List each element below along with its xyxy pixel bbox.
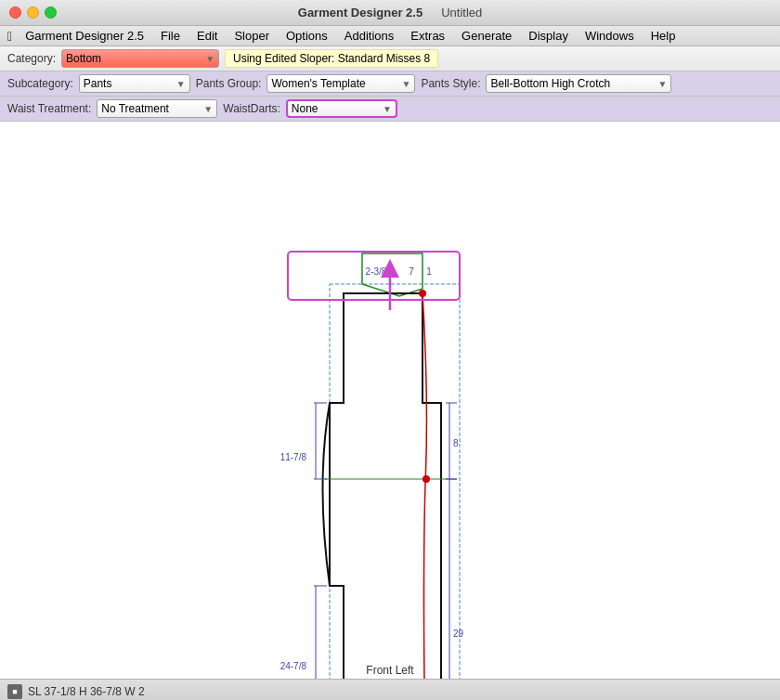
waist-darts-label: WaistDarts:: [223, 102, 280, 115]
menu-extras[interactable]: Extras: [403, 27, 452, 45]
darts-select[interactable]: None ▼: [286, 99, 397, 118]
svg-point-2: [419, 290, 426, 297]
menu-help[interactable]: Help: [644, 27, 683, 45]
svg-text:24-7/8: 24-7/8: [280, 661, 307, 671]
waist-treatment-arrow: ▼: [203, 104, 213, 114]
menu-edit[interactable]: Edit: [189, 27, 225, 45]
category-select[interactable]: Bottom ▼: [61, 49, 219, 68]
menu-garment-designer[interactable]: Garment Designer 2.5: [18, 27, 151, 45]
menu-additions[interactable]: Additions: [337, 27, 401, 45]
waist-treatment-label: Waist Treatment:: [7, 102, 91, 115]
waist-treatment-value: No Treatment: [101, 102, 169, 115]
category-label: Category:: [7, 52, 56, 65]
pants-style-select[interactable]: Bell-Bottom High Crotch ▼: [486, 74, 671, 93]
subcategory-arrow: ▼: [176, 79, 186, 89]
toolbar-row-2: Subcategory: Pants ▼ Pants Group: Women'…: [0, 71, 780, 97]
window-title: Untitled: [441, 6, 482, 19]
main-canvas: 2-3/8 7 1 11-7/8 24-7/8 8 29 1-1/8 7-7/8…: [0, 122, 780, 679]
menu-options[interactable]: Options: [279, 27, 335, 45]
pants-group-value: Women's Template: [271, 77, 365, 90]
svg-text:11-7/8: 11-7/8: [280, 452, 307, 462]
menu-sloper[interactable]: Sloper: [227, 27, 277, 45]
menu-display[interactable]: Display: [521, 27, 576, 45]
window-controls: [9, 6, 57, 19]
darts-value: None: [292, 102, 318, 115]
menu-bar:  Garment Designer 2.5 File Edit Sloper …: [0, 26, 780, 46]
pants-group-select[interactable]: Women's Template ▼: [266, 74, 415, 93]
status-icon: ■: [7, 684, 22, 699]
pants-group-label: Pants Group:: [196, 77, 262, 90]
darts-arrow: ▼: [383, 104, 392, 114]
category-arrow: ▼: [205, 54, 214, 64]
pants-style-label: Pants Style:: [421, 77, 480, 90]
garment-svg: 2-3/8 7 1 11-7/8 24-7/8 8 29 1-1/8 7-7/8…: [0, 122, 780, 679]
subcategory-label: Subcategory:: [7, 77, 73, 90]
maximize-button[interactable]: [45, 6, 57, 19]
subcategory-select[interactable]: Pants ▼: [79, 74, 190, 93]
pants-group-arrow: ▼: [402, 79, 411, 89]
minimize-button[interactable]: [27, 6, 39, 19]
waist-treatment-select[interactable]: No Treatment ▼: [97, 99, 217, 118]
app-title: Garment Designer 2.5: [298, 6, 422, 19]
menu-windows[interactable]: Windows: [578, 27, 642, 45]
toolbar-row-1: Category: Bottom ▼ Using Edited Sloper: …: [0, 46, 780, 71]
svg-text:7: 7: [409, 266, 414, 277]
svg-text:8: 8: [453, 438, 459, 448]
menu-generate[interactable]: Generate: [454, 27, 519, 45]
front-left-label: Front Left: [366, 664, 413, 677]
status-bar: ■ SL 37-1/8 H 36-7/8 W 2: [0, 679, 780, 700]
close-button[interactable]: [9, 6, 21, 19]
subcategory-value: Pants: [84, 77, 112, 90]
pants-style-value: Bell-Bottom High Crotch: [490, 77, 610, 90]
apple-icon[interactable]: : [7, 29, 12, 44]
category-value: Bottom: [66, 52, 101, 65]
svg-text:2-3/8: 2-3/8: [366, 266, 387, 277]
svg-text:29: 29: [453, 629, 464, 639]
sloper-label: Using Edited Sloper:: [233, 52, 334, 65]
pants-style-arrow: ▼: [658, 79, 668, 89]
svg-point-3: [422, 475, 430, 483]
menu-file[interactable]: File: [153, 27, 188, 45]
title-bar: Garment Designer 2.5 Untitled: [0, 0, 780, 26]
sloper-info: Using Edited Sloper: Standard Misses 8: [225, 49, 438, 68]
svg-text:1: 1: [426, 266, 432, 277]
toolbar-row-3: Waist Treatment: No Treatment ▼ WaistDar…: [0, 97, 780, 122]
status-text: SL 37-1/8 H 36-7/8 W 2: [28, 685, 145, 698]
sloper-value: Standard Misses 8: [338, 52, 430, 65]
